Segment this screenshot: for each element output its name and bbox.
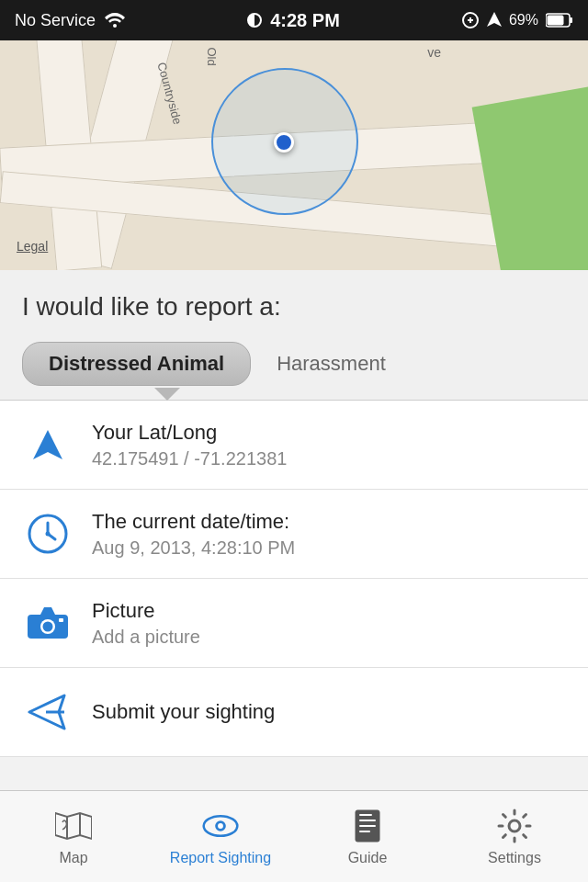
report-title: I would like to report a:	[22, 292, 566, 322]
moon-icon	[246, 12, 263, 28]
status-left: No Service	[15, 11, 125, 30]
svg-rect-23	[359, 814, 372, 816]
tab-bar: Map Report Sighting Guide	[0, 790, 588, 882]
submit-title: Submit your sighting	[92, 700, 275, 724]
tab-underline	[0, 388, 588, 401]
clock-icon	[22, 508, 74, 560]
map-container: Countryside Old ve Legal	[0, 40, 588, 270]
eye-tab-icon	[202, 808, 239, 844]
camera-icon	[22, 597, 74, 649]
svg-rect-26	[359, 831, 370, 832]
datetime-subtitle: Aug 9, 2013, 4:28:10 PM	[92, 537, 295, 559]
picture-text-group: Picture Add a picture	[92, 599, 200, 648]
tab-harassment[interactable]: Harassment	[251, 343, 412, 385]
tabbar-item-guide[interactable]: Guide	[303, 808, 432, 866]
datetime-text-group: The current date/time: Aug 9, 2013, 4:28…	[92, 510, 295, 559]
lock-rotate-icon	[461, 12, 480, 28]
tab-distressed-animal[interactable]: Distressed Animal	[22, 342, 251, 386]
location-subtitle: 42.175491 / -71.221381	[92, 448, 287, 469]
submit-text-group: Submit your sighting	[92, 700, 275, 724]
tabbar-label-guide: Guide	[348, 850, 388, 866]
svg-point-12	[43, 622, 53, 632]
svg-point-9	[46, 532, 51, 537]
svg-marker-5	[33, 430, 62, 459]
wifi-icon	[105, 13, 125, 28]
picture-title: Picture	[92, 599, 200, 623]
svg-rect-13	[59, 618, 63, 622]
location-text-group: Your Lat/Long 42.175491 / -71.221381	[92, 421, 287, 469]
svg-rect-25	[359, 825, 376, 827]
svg-point-0	[113, 24, 117, 28]
map-tab-icon	[55, 808, 92, 844]
svg-marker-16	[55, 813, 92, 839]
location-icon	[22, 419, 74, 470]
status-right: 69%	[461, 12, 573, 28]
time-display: 4:28 PM	[270, 10, 340, 31]
battery-icon	[546, 13, 573, 28]
location-title: Your Lat/Long	[92, 421, 287, 445]
tabbar-item-report[interactable]: Report Sighting	[156, 808, 285, 866]
svg-rect-24	[359, 820, 376, 821]
svg-rect-4	[548, 16, 564, 26]
location-arrow-icon	[487, 12, 502, 28]
carrier-text: No Service	[15, 11, 96, 30]
svg-rect-3	[570, 17, 572, 23]
tabbar-label-map: Map	[59, 850, 87, 866]
datetime-item: The current date/time: Aug 9, 2013, 4:28…	[0, 490, 588, 579]
guide-tab-icon	[349, 808, 386, 844]
picture-item[interactable]: Picture Add a picture	[0, 579, 588, 668]
report-section: I would like to report a: Distressed Ani…	[0, 270, 588, 401]
content-list: Your Lat/Long 42.175491 / -71.221381 The…	[0, 401, 588, 757]
location-item: Your Lat/Long 42.175491 / -71.221381	[0, 401, 588, 490]
road-label-countryside: Countryside	[154, 61, 184, 126]
road-label-ve: ve	[427, 45, 441, 60]
tabbar-item-settings[interactable]: Settings	[450, 808, 579, 866]
gear-tab-icon	[496, 808, 533, 844]
map-legal-text: Legal	[17, 239, 48, 254]
datetime-title: The current date/time:	[92, 510, 295, 534]
battery-percent: 69%	[509, 12, 538, 28]
location-dot	[274, 132, 294, 153]
road-label-old: Old	[205, 47, 219, 65]
tabbar-label-report: Report Sighting	[170, 850, 271, 866]
tabbar-item-map[interactable]: Map	[9, 808, 138, 866]
submit-item[interactable]: Submit your sighting	[0, 668, 588, 757]
tabbar-label-settings: Settings	[488, 850, 541, 866]
svg-point-27	[509, 820, 520, 831]
send-icon	[22, 686, 74, 738]
svg-point-21	[218, 823, 223, 829]
status-bar: No Service 4:28 PM 69%	[0, 0, 588, 40]
picture-subtitle: Add a picture	[92, 627, 200, 648]
status-center: 4:28 PM	[246, 10, 340, 31]
tabs-container: Distressed Animal Harassment	[22, 342, 566, 386]
map-background: Countryside Old ve Legal	[0, 40, 588, 270]
